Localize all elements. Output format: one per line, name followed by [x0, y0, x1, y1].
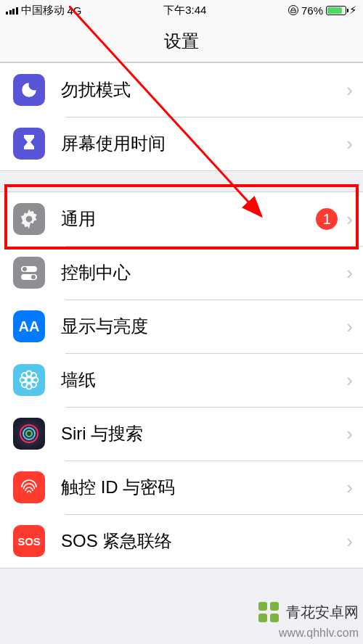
chevron-right-icon: › [346, 208, 353, 231]
chevron-right-icon: › [346, 369, 353, 392]
svg-rect-19 [258, 602, 267, 611]
hourglass-icon [13, 128, 45, 160]
chevron-right-icon: › [346, 133, 353, 155]
row-display-brightness[interactable]: AA 显示与亮度 › [0, 300, 363, 353]
row-screen-time[interactable]: 屏幕使用时间 › [0, 117, 363, 170]
row-label: 通用 [61, 207, 316, 231]
signal-icon [6, 6, 18, 15]
charging-icon: ⚡︎ [349, 4, 357, 17]
row-siri[interactable]: Siri 与搜索 › [0, 407, 363, 461]
svg-point-16 [23, 428, 35, 439]
section-general: 通用 1 › 控制中心 › AA 显示与亮度 › 墙纸 › Siri 与搜索 › [0, 191, 363, 569]
row-touch-id[interactable]: 触控 ID 与密码 › [0, 461, 363, 514]
section-attention: 勿扰模式 › 屏幕使用时间 › [0, 62, 363, 171]
watermark: 青花安卓网 www.qhhlv.com [256, 599, 359, 640]
status-right: 76% ⚡︎ [288, 4, 357, 17]
flower-icon [13, 364, 45, 396]
chevron-right-icon: › [346, 423, 353, 445]
row-do-not-disturb[interactable]: 勿扰模式 › [0, 63, 363, 117]
row-label: 屏幕使用时间 [61, 132, 346, 155]
row-sos[interactable]: SOS SOS 紧急联络 › [0, 514, 363, 568]
carrier-label: 中国移动 [21, 4, 65, 17]
page-title-text: 设置 [164, 30, 199, 53]
status-left: 中国移动 4G [6, 4, 82, 17]
row-general[interactable]: 通用 1 › [0, 192, 363, 246]
section-gap [0, 171, 363, 191]
gear-icon [13, 203, 45, 235]
svg-rect-21 [258, 614, 267, 622]
row-label: 控制中心 [61, 261, 346, 284]
row-label: 墙纸 [61, 368, 346, 392]
svg-point-1 [26, 216, 33, 223]
row-label: SOS 紧急联络 [61, 529, 346, 553]
network-label: 4G [68, 4, 82, 17]
watermark-url: www.qhhlv.com [256, 627, 359, 640]
battery-icon [326, 6, 346, 15]
page-title: 设置 [0, 20, 363, 62]
row-label: 显示与亮度 [61, 315, 346, 338]
row-label: Siri 与搜索 [61, 422, 346, 445]
svg-point-5 [31, 275, 36, 279]
battery-percent: 76% [301, 4, 323, 17]
row-control-center[interactable]: 控制中心 › [0, 246, 363, 300]
watermark-logo-icon [256, 599, 282, 625]
svg-rect-20 [270, 602, 279, 611]
chevron-right-icon: › [346, 79, 353, 102]
notification-badge: 1 [316, 208, 338, 230]
svg-point-6 [26, 377, 32, 383]
status-bar: 中国移动 4G 下午3:44 76% ⚡︎ [0, 0, 363, 20]
row-label: 勿扰模式 [61, 78, 346, 102]
sos-icon: SOS [13, 525, 45, 557]
text-size-icon: AA [13, 310, 45, 342]
svg-point-17 [26, 431, 32, 437]
siri-icon [13, 418, 45, 450]
fingerprint-icon [13, 471, 45, 503]
moon-icon [13, 74, 45, 106]
svg-point-3 [23, 267, 27, 271]
orientation-lock-icon [288, 5, 298, 15]
clock: 下午3:44 [82, 4, 288, 17]
svg-rect-22 [270, 614, 279, 622]
chevron-right-icon: › [346, 315, 353, 338]
toggles-icon [13, 257, 45, 289]
row-wallpaper[interactable]: 墙纸 › [0, 353, 363, 407]
watermark-site-name: 青花安卓网 [286, 603, 359, 622]
sos-icon-text: SOS [17, 535, 41, 548]
chevron-right-icon: › [346, 476, 353, 499]
chevron-right-icon: › [346, 262, 353, 284]
chevron-right-icon: › [346, 530, 353, 553]
row-label: 触控 ID 与密码 [61, 476, 346, 499]
